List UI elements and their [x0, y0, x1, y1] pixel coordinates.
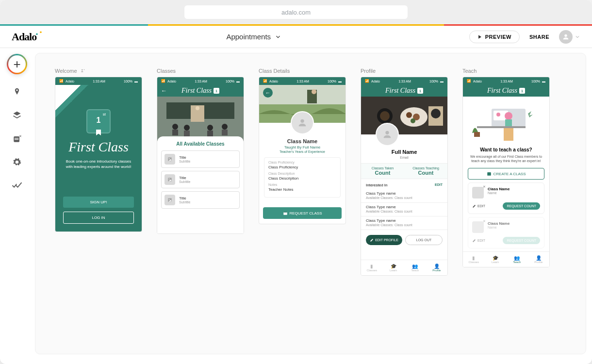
- taught-by: Taught By Full Name: [264, 145, 341, 149]
- screen-label: Welcome: [55, 68, 77, 74]
- svg-point-2: [16, 89, 17, 91]
- svg-point-29: [312, 89, 316, 94]
- svg-point-16: [207, 125, 213, 131]
- stat-taken: Classes Taken Count: [361, 164, 404, 179]
- svg-rect-13: [172, 130, 178, 135]
- thumbnail-icon: [472, 221, 484, 233]
- publish-icon[interactable]: [12, 180, 22, 191]
- svg-point-30: [300, 119, 304, 123]
- detail-card: Class Proficiency Class Proficiency Clas…: [264, 157, 341, 198]
- thumbnail-icon: [472, 187, 484, 199]
- pencil-icon: [370, 238, 374, 242]
- interested-heading: Interested In: [366, 183, 387, 187]
- svg-rect-19: [222, 130, 228, 135]
- interest-row[interactable]: Class Type name Available Classes: Class…: [361, 189, 447, 203]
- pencil-icon: [472, 239, 476, 243]
- signup-button[interactable]: SIGN UP!: [63, 197, 134, 208]
- logout-button[interactable]: LOG OUT: [405, 235, 443, 245]
- settings-icon[interactable]: [12, 157, 22, 167]
- svg-point-42: [385, 131, 389, 134]
- screen-classes[interactable]: 📶Adalo 1:33 AM 100%▬ ← First Class1: [157, 77, 244, 234]
- svg-point-37: [406, 112, 412, 118]
- create-class-button[interactable]: CREATE A CLASS: [468, 168, 544, 180]
- request-class-button[interactable]: REQUEST CLASS: [263, 207, 342, 219]
- request-count-button[interactable]: REQUEST COUNT: [503, 237, 540, 244]
- share-button[interactable]: SHARE: [529, 34, 549, 40]
- hero-image: [157, 97, 244, 142]
- tab-teach[interactable]: 👥Teach: [506, 252, 528, 267]
- url-bar[interactable]: adalo.com: [184, 5, 408, 19]
- years-experience: Teacher's Years of Experience: [264, 150, 341, 153]
- list-item[interactable]: TitleSubtitle: [161, 191, 240, 209]
- tab-learn[interactable]: 🎓Learn: [383, 260, 405, 275]
- edit-interests-button[interactable]: EDIT: [435, 183, 443, 187]
- add-button[interactable]: +: [7, 54, 27, 74]
- svg-rect-50: [474, 132, 480, 137]
- brand-text: First Class: [181, 87, 212, 95]
- account-menu[interactable]: [559, 30, 580, 44]
- svg-point-47: [505, 112, 512, 120]
- calendar-icon: [283, 211, 288, 215]
- preview-label: PREVIEW: [485, 34, 511, 40]
- teach-card[interactable]: Class NameName EDIT REQUEST COUNT: [468, 182, 544, 214]
- screen-teach[interactable]: 📶Adalo 1:33 AM 100%▬ First Class1: [462, 77, 550, 267]
- svg-point-11: [196, 106, 199, 110]
- project-selector[interactable]: Appointments: [226, 33, 281, 41]
- interest-row[interactable]: Class Type name Available Classes: Class…: [361, 203, 447, 216]
- back-icon[interactable]: ←: [161, 87, 167, 94]
- screen-welcome[interactable]: 📶Adalo 1:33 AM 100%▬ 1st First Class Boo…: [55, 77, 142, 232]
- svg-rect-4: [15, 138, 18, 138]
- svg-text:✕: ✕: [19, 134, 22, 138]
- thumbnail-icon: [164, 174, 175, 185]
- svg-point-21: [169, 158, 170, 159]
- screens-icon[interactable]: [12, 110, 22, 121]
- edit-profile-button[interactable]: EDIT PROFILE: [366, 235, 402, 245]
- svg-rect-15: [184, 131, 190, 136]
- app-bar: Adalo Appointments PREVIEW SHARE: [0, 26, 592, 48]
- tab-teach[interactable]: 👥Teach: [404, 260, 426, 275]
- edit-class-button[interactable]: EDIT: [472, 204, 485, 208]
- teacher-avatar: [291, 111, 314, 134]
- list-item[interactable]: TitleSubtitle: [161, 150, 240, 168]
- list-item[interactable]: TitleSubtitle: [161, 171, 240, 188]
- play-icon: [477, 34, 482, 39]
- brand-text: First Class: [487, 87, 517, 95]
- left-sidebar: + ✕: [0, 48, 34, 364]
- svg-point-23: [169, 179, 170, 180]
- tab-profile[interactable]: 👤Profile: [426, 260, 448, 275]
- svg-rect-5: [15, 139, 18, 140]
- canvas[interactable]: Welcome 📶Adalo 1:33 AM 100%▬ 1st: [35, 53, 586, 354]
- svg-point-45: [496, 113, 500, 116]
- brand-text: First Class: [385, 87, 415, 95]
- database-icon[interactable]: ✕: [12, 133, 22, 144]
- edit-class-button[interactable]: EDIT: [472, 239, 485, 243]
- screen-class-details[interactable]: 📶Adalo 1:33 AM 100%▬: [259, 77, 346, 224]
- login-button[interactable]: LOG IN: [63, 212, 134, 224]
- tab-classes[interactable]: ▮Classes: [361, 260, 383, 275]
- tab-classes[interactable]: ▮Classes: [463, 252, 485, 267]
- adalo-logo: Adalo: [12, 31, 39, 43]
- illustration: [463, 97, 549, 145]
- svg-rect-17: [207, 131, 213, 136]
- branding-icon[interactable]: [12, 87, 22, 98]
- thumbnail-icon: [164, 195, 175, 205]
- tab-profile[interactable]: 👤Profile: [528, 252, 550, 267]
- svg-rect-32: [283, 212, 287, 213]
- request-count-button[interactable]: REQUEST COUNT: [503, 202, 540, 210]
- teach-card[interactable]: Class NameName EDIT REQUEST COUNT: [468, 217, 544, 248]
- status-bar: 📶Adalo 1:33 AM 100%▬: [361, 77, 447, 85]
- svg-point-39: [411, 118, 415, 123]
- welcome-title: First Class: [68, 139, 129, 155]
- preview-button[interactable]: PREVIEW: [469, 31, 520, 43]
- screen-profile[interactable]: 📶Adalo 1:33 AM 100%▬ First Class1: [361, 77, 448, 276]
- svg-rect-51: [487, 172, 491, 176]
- svg-rect-46: [504, 127, 513, 141]
- tab-learn[interactable]: 🎓Learn: [485, 252, 507, 267]
- interest-row[interactable]: Class Type name Available Classes: Class…: [361, 216, 447, 230]
- svg-point-35: [380, 111, 390, 121]
- status-bar: 📶Adalo 1:33 AM 100%▬: [259, 77, 345, 85]
- back-icon[interactable]: ←: [263, 88, 273, 98]
- hero-image: [361, 97, 447, 134]
- browser-chrome: adalo.com: [0, 0, 592, 24]
- welcome-subtitle: Book one-on-one introductory classes wit…: [63, 159, 134, 169]
